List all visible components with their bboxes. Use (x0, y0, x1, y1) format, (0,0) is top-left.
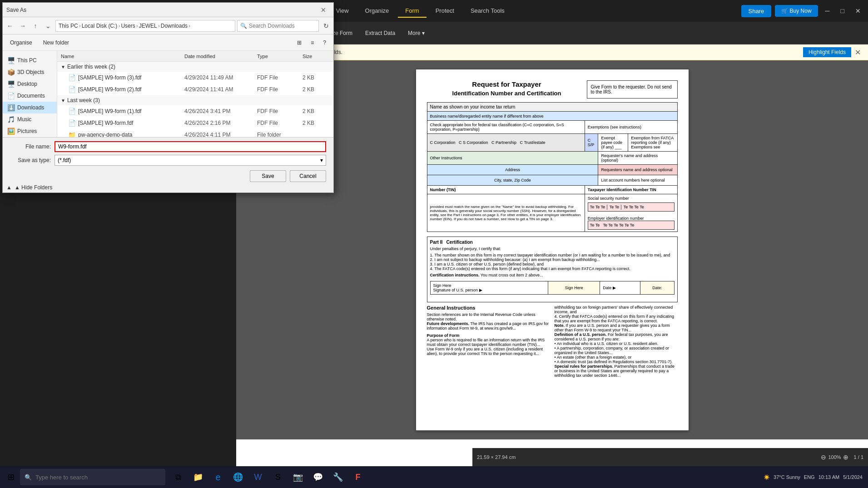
nav-up-btn[interactable]: ↑ (30, 20, 41, 31)
date-label: 5/1/2024 (843, 474, 863, 480)
search-input[interactable] (249, 23, 317, 29)
close-app-btn[interactable]: ✕ (852, 5, 864, 16)
page-info: 1 / 1 (854, 454, 863, 460)
file-size: 2 KB (303, 74, 330, 81)
app5-btn[interactable]: 📷 (289, 468, 307, 486)
group-last-week[interactable]: ▼ Last week (3) (57, 95, 333, 105)
notification-close-btn[interactable]: ✕ (855, 48, 861, 57)
pdf-subtitle: Identification Number and Certification (427, 90, 587, 97)
pictures-icon: 🖼️ (7, 128, 15, 135)
nav-item-music[interactable]: 🎵 Music (3, 113, 57, 125)
taskbar-search-input[interactable] (35, 474, 161, 481)
file-size: 2 KB (303, 86, 330, 93)
breadcrumb-local-disk[interactable]: Local Disk (C:) (82, 23, 118, 29)
pdf-tab-protect[interactable]: Protect (428, 5, 461, 18)
pdf-document: Request for Taxpayer Identification Numb… (416, 69, 689, 430)
app7-btn[interactable]: 🔧 (329, 468, 347, 486)
nav-back-btn[interactable]: ← (5, 20, 15, 31)
documents-icon: 📄 (7, 92, 15, 99)
file-name: [SAMPLE] W9-form (1).fdf (78, 108, 184, 114)
start-btn[interactable]: ⊞ (2, 468, 20, 486)
time-label: 10:13 AM (818, 474, 839, 480)
dialog-toolbar: Organise New folder ⊞ ≡ ? (3, 35, 333, 51)
file-type: File folder (257, 132, 303, 137)
file-date: 4/26/2024 3:41 PM (184, 108, 257, 114)
file-row[interactable]: 📄 [SAMPLE] W9-form.fdf 4/26/2024 2:16 PM… (57, 117, 333, 129)
file-row[interactable]: 📄 [SAMPLE] W9-form (3).fdf 4/29/2024 11:… (57, 72, 333, 84)
dropdown-chevron-icon: ▾ (320, 157, 323, 163)
view-toggle-btn[interactable]: ⊞ (293, 38, 305, 48)
list-header: Name Date modified Type Size (57, 51, 333, 62)
explorer-btn[interactable]: 📁 (189, 468, 207, 486)
view-btn2[interactable]: ≡ (307, 38, 317, 48)
nav-item-desktop[interactable]: 🖥️ Desktop (3, 78, 57, 90)
pdf-tab-organize[interactable]: Organize (358, 5, 397, 18)
file-type: FDF File (257, 74, 303, 81)
taskview-btn[interactable]: ⧉ (169, 468, 187, 486)
buy-now-button[interactable]: 🛒 Buy Now (775, 5, 818, 17)
breadcrumb-downloads[interactable]: Downloads (161, 23, 188, 29)
file-row[interactable]: 📄 [SAMPLE] W9-form (1).fdf 4/26/2024 3:4… (57, 105, 333, 117)
file-row[interactable]: 📁 pw-agency-demo-data 4/26/2024 4:11 PM … (57, 129, 333, 137)
skype-btn[interactable]: S (269, 468, 287, 486)
more-tools-btn[interactable]: More ▾ (403, 28, 429, 38)
pdf-side-note: Give Form to the requester. Do not send … (587, 80, 678, 99)
nav-item-label: Music (17, 116, 31, 123)
hide-folders-btn[interactable]: ▲ ▲ Hide Folders (3, 182, 333, 192)
pdf-tab-search-tools[interactable]: Search Tools (463, 5, 512, 18)
nav-item-downloads[interactable]: ⬇️ Downloads (3, 102, 57, 113)
nav-recent-btn[interactable]: ⌄ (43, 20, 54, 31)
save-as-type-select[interactable]: (*.fdf) ▾ (55, 155, 326, 166)
nav-item-label: Pictures (17, 128, 37, 134)
col-name-header: Name (61, 54, 184, 59)
filename-input[interactable] (55, 141, 326, 152)
search-icon: 🔍 (240, 23, 247, 29)
breadcrumb-users[interactable]: Users (121, 23, 135, 29)
file-name: [SAMPLE] W9-form (3).fdf (78, 74, 184, 81)
minimize-btn[interactable]: ─ (822, 5, 833, 16)
highlight-fields-btn[interactable]: Highlight Fields (803, 47, 851, 57)
extract-data-btn[interactable]: Extract Data (361, 28, 400, 38)
language-label: ENG (804, 474, 815, 480)
word-btn[interactable]: W (249, 468, 267, 486)
zoom-in-btn[interactable]: ⊕ (843, 453, 848, 461)
share-button[interactable]: Share (741, 5, 772, 17)
nav-item-3d-objects[interactable]: 📦 3D Objects (3, 66, 57, 78)
zoom-out-btn[interactable]: ⊖ (821, 453, 826, 461)
nav-item-pictures[interactable]: 🖼️ Pictures (3, 125, 57, 137)
pdf-tab-form[interactable]: Form (398, 5, 426, 18)
taskbar-right: ☀️ 37°C Sunny ENG 10:13 AM 5/1/2024 (764, 474, 866, 480)
app6-btn[interactable]: 💬 (309, 468, 327, 486)
more-tools-label: More ▾ (408, 30, 425, 36)
organise-btn[interactable]: Organise (6, 38, 36, 48)
cancel-button[interactable]: Cancel (290, 170, 326, 182)
dialog-addressbar: ← → ↑ ⌄ This PC › Local Disk (C:) › User… (3, 17, 333, 35)
file-icon: 📄 (68, 86, 75, 93)
breadcrumb-jewel[interactable]: JEWEL (139, 23, 157, 29)
taskbar-search-container: 🔍 (20, 469, 165, 485)
maximize-btn[interactable]: □ (837, 5, 848, 16)
save-button[interactable]: Save (250, 170, 286, 182)
breadcrumb-bar[interactable]: This PC › Local Disk (C:) › Users › JEWE… (55, 20, 235, 32)
file-type: FDF File (257, 86, 303, 93)
help-btn[interactable]: ? (319, 38, 330, 48)
file-row[interactable]: 📄 [SAMPLE] W9-form (2).fdf 4/29/2024 11:… (57, 84, 333, 95)
dialog-titlebar: Save As ✕ (3, 3, 333, 17)
nav-item-documents[interactable]: 📄 Documents (3, 90, 57, 102)
nav-forward-btn[interactable]: → (17, 20, 28, 31)
chrome-btn[interactable]: 🌐 (229, 468, 247, 486)
dialog-close-btn[interactable]: ✕ (317, 4, 330, 16)
nav-item-this-pc[interactable]: 🖥️ This PC (3, 54, 57, 66)
file-date: 4/29/2024 11:41 AM (184, 86, 257, 93)
file-type: FDF File (257, 108, 303, 114)
foxit-btn[interactable]: F (349, 468, 367, 486)
new-folder-btn[interactable]: New folder (40, 38, 73, 48)
file-icon: 📁 (68, 131, 75, 137)
edge-btn[interactable]: e (209, 468, 227, 486)
breadcrumb-this-pc[interactable]: This PC (59, 23, 78, 29)
dialog-actions: Save Cancel (10, 170, 326, 182)
refresh-btn[interactable]: ↻ (321, 20, 332, 31)
file-date: 4/26/2024 4:11 PM (184, 132, 257, 137)
extract-data-label: Extract Data (365, 30, 395, 36)
group-earlier-this-week[interactable]: ▼ Earlier this week (2) (57, 62, 333, 72)
